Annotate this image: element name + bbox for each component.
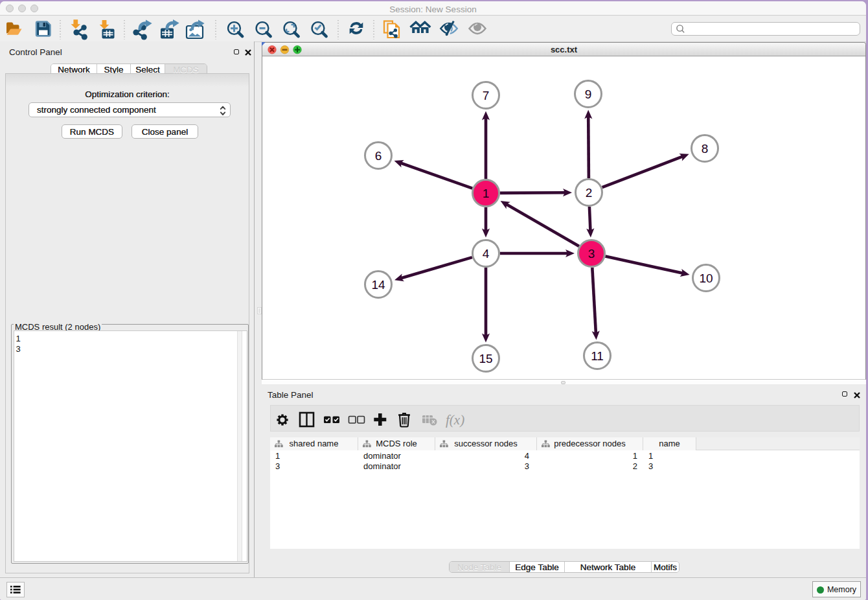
- svg-text:6: 6: [375, 149, 382, 163]
- svg-text:f(x): f(x): [446, 412, 464, 428]
- svg-text:3: 3: [588, 247, 595, 260]
- svg-text:9: 9: [585, 87, 592, 101]
- svg-text:2: 2: [586, 186, 593, 200]
- svg-text:10: 10: [699, 271, 713, 285]
- svg-text:7: 7: [483, 89, 490, 102]
- svg-text:4: 4: [483, 247, 490, 260]
- svg-text:14: 14: [371, 278, 385, 292]
- svg-text:11: 11: [591, 349, 604, 363]
- svg-text:15: 15: [479, 352, 492, 365]
- svg-text:8: 8: [702, 142, 709, 156]
- svg-text:1: 1: [483, 187, 490, 200]
